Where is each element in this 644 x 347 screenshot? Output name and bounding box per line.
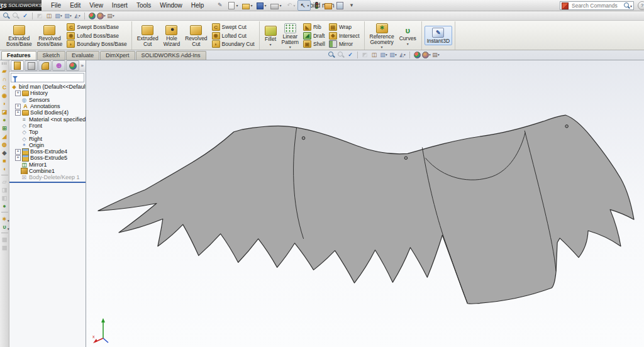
display-style-button[interactable]: ▾: [389, 51, 397, 58]
apply-scene-button[interactable]: ▾: [422, 51, 431, 58]
tree-item-mirror1[interactable]: Mirror1: [9, 162, 86, 168]
zoom-to-fit-button[interactable]: [2, 12, 11, 19]
linear-pattern-button[interactable]: ⊞: [1, 124, 9, 132]
print-button[interactable]: ▾: [269, 0, 283, 11]
tree-item-body-delete-keep-1[interactable]: Body-Delete/Keep 1: [9, 174, 86, 180]
reference-geometry-button[interactable]: ∗▾: [1, 214, 9, 223]
bird-man-silhouette[interactable]: [98, 115, 634, 304]
configurationmanager-tab[interactable]: [38, 60, 52, 71]
tree-item-boss-extrude4[interactable]: +Boss-Extrude4: [9, 148, 86, 155]
expand-toggle[interactable]: +: [15, 149, 21, 155]
zoom-to-selection-button[interactable]: [21, 12, 30, 19]
tree-item-top[interactable]: Top: [9, 129, 86, 135]
dropdown-caret[interactable]: ▾: [395, 53, 397, 57]
help-button[interactable]: ?: [638, 1, 644, 10]
reference-geometry-button[interactable]: ∗ReferenceGeometry▾: [367, 21, 397, 50]
zoom-to-selection-button[interactable]: [346, 51, 355, 58]
tree-item-material-not-specified[interactable]: Material <not specified>: [9, 116, 86, 122]
edit-appearance-button[interactable]: [413, 51, 421, 58]
toolbar-grip[interactable]: [2, 62, 8, 65]
revolved-boss-button[interactable]: ∩: [1, 75, 9, 83]
search-dropdown-caret[interactable]: ▾: [630, 4, 632, 8]
linear-pattern-button[interactable]: LinearPattern▾: [279, 21, 301, 50]
shell-button[interactable]: ▣Shell: [303, 40, 325, 48]
dropdown-caret[interactable]: ▾: [438, 53, 440, 57]
rebuild-button[interactable]: [311, 0, 322, 11]
tree-item-annotations[interactable]: +Annotations: [9, 103, 86, 109]
delete-face-button[interactable]: ◨: [1, 185, 9, 194]
boundary-boss-base-button[interactable]: ◗Boundary Boss/Base: [67, 40, 126, 48]
revolved-cut-button[interactable]: RevolvedCut: [182, 23, 209, 48]
tree-item-solid-bodies-4[interactable]: +Solid Bodies(4): [9, 109, 86, 116]
featuremanager-tab[interactable]: [11, 60, 24, 71]
view-orientation-button[interactable]: ▾: [379, 51, 388, 58]
sketch-picture-button[interactable]: ▦: [1, 235, 9, 243]
swept-boss-base-button[interactable]: CSwept Boss/Base: [67, 23, 126, 31]
zoom-to-area-button[interactable]: [336, 51, 345, 58]
hole-point-1[interactable]: [302, 136, 305, 140]
replace-face-button[interactable]: ◧: [1, 194, 9, 202]
dropdown-caret[interactable]: ▾: [404, 53, 406, 57]
hole-point-3[interactable]: [565, 125, 569, 128]
hole-wizard-button[interactable]: HoleWizard: [161, 23, 182, 48]
fillet-button[interactable]: Fillet▾: [262, 24, 279, 47]
swept-cut-button[interactable]: CSwept Cut: [212, 23, 255, 31]
dropdown-caret[interactable]: ▾: [270, 43, 272, 47]
sketch-pen-button[interactable]: [214, 0, 225, 11]
search-input[interactable]: [570, 2, 624, 9]
intersect-button[interactable]: ◈Intersect: [329, 32, 360, 40]
extruded-cut-button[interactable]: ◪: [1, 107, 9, 116]
rib-button[interactable]: ◆: [1, 148, 9, 157]
swept-boss-button[interactable]: C: [1, 83, 9, 91]
undo-button[interactable]: ▾: [284, 0, 297, 11]
tree-item-bird-man-default-default-dis[interactable]: bird man (Default<<Default>_Dis: [9, 84, 86, 90]
dropdown-caret[interactable]: ▾: [307, 3, 309, 8]
tree-item-origin[interactable]: Origin: [9, 142, 86, 148]
extruded-boss-button[interactable]: ▰: [1, 67, 9, 75]
file-properties-button[interactable]: [335, 0, 345, 11]
bird-man-model[interactable]: [86, 60, 644, 347]
lofted-cut-button[interactable]: ◉Lofted Cut: [212, 32, 255, 40]
tab-sketch[interactable]: Sketch: [37, 51, 66, 60]
instant3d-button[interactable]: ✎Instant3D: [425, 26, 452, 45]
tree-item-front[interactable]: Front: [9, 123, 86, 129]
dropdown-caret[interactable]: ▾: [289, 45, 291, 49]
dropdown-caret[interactable]: ▾: [293, 3, 295, 8]
dropdown-caret[interactable]: ▾: [79, 14, 80, 18]
tab-features[interactable]: Features: [1, 51, 36, 60]
fillet-button[interactable]: ●: [1, 116, 9, 124]
dropdown-caret[interactable]: ▾: [113, 14, 114, 18]
view-settings-button[interactable]: ▾: [431, 51, 440, 58]
displaymanager-tab[interactable]: [66, 60, 79, 71]
zoom-to-area-button[interactable]: [11, 12, 20, 19]
expand-toggle[interactable]: +: [15, 104, 21, 109]
tree-item-history[interactable]: +History: [9, 90, 86, 96]
expand-toggle[interactable]: +: [15, 110, 21, 116]
previous-view-button[interactable]: [35, 12, 44, 19]
dropdown-caret[interactable]: ▾: [104, 14, 106, 18]
tree-item-sensors[interactable]: Sensors: [9, 97, 86, 103]
tab-dimxpert[interactable]: DimXpert: [100, 51, 135, 60]
tree-filter[interactable]: [11, 73, 84, 82]
menu-tools[interactable]: Tools: [132, 1, 155, 11]
toolbar-overflow-button[interactable]: [346, 0, 357, 11]
curves-button[interactable]: υCurves▾: [397, 25, 419, 46]
dimxpertmanager-tab[interactable]: [52, 60, 65, 71]
menu-file[interactable]: File: [47, 1, 65, 11]
move-face-button[interactable]: ▱: [1, 177, 9, 185]
wrap-button[interactable]: ◖: [1, 165, 9, 173]
menu-help[interactable]: Help: [187, 1, 209, 11]
hide-show-items-button[interactable]: ▾: [73, 12, 82, 19]
section-view-button[interactable]: [370, 51, 379, 58]
select-button[interactable]: ▾: [297, 0, 311, 11]
menu-view[interactable]: View: [85, 1, 108, 11]
rollback-bar[interactable]: [9, 182, 86, 183]
rib-button[interactable]: ◣Rib: [303, 23, 325, 31]
revolved-boss-base-button[interactable]: RevolvedBoss/Base: [35, 23, 65, 48]
dropdown-caret[interactable]: ▾: [279, 3, 281, 8]
hole-point-2[interactable]: [404, 157, 408, 160]
boundary-boss-button[interactable]: ◗: [1, 99, 9, 107]
propertymanager-tab[interactable]: [25, 60, 38, 71]
tab-evaluate[interactable]: Evaluate: [66, 51, 99, 60]
dropdown-caret[interactable]: ▾: [70, 14, 72, 18]
